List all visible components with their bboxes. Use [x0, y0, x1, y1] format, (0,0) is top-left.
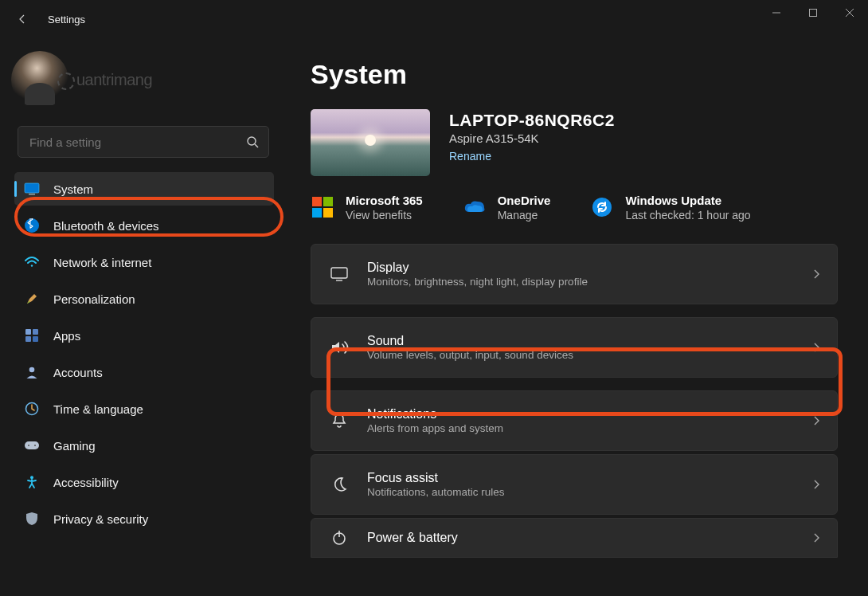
- device-section: LAPTOP-86NQR6C2 Aspire A315-54K Rename: [311, 109, 838, 176]
- card-sub: Notifications, automatic rules: [367, 486, 796, 498]
- nav-item-privacy[interactable]: Privacy & security: [14, 502, 274, 535]
- clock-globe-icon: [24, 401, 40, 417]
- page-heading: System: [311, 59, 838, 90]
- nav-item-personalization[interactable]: Personalization: [14, 282, 274, 316]
- quick-sub: View benefits: [346, 209, 423, 222]
- wallpaper-thumbnail[interactable]: [311, 109, 430, 176]
- svg-point-14: [29, 367, 35, 373]
- nav-label: Personalization: [53, 292, 135, 306]
- nav-label: Time & language: [53, 402, 143, 416]
- nav-label: Accessibility: [53, 476, 119, 489]
- svg-rect-11: [33, 329, 38, 335]
- chevron-right-icon: [811, 341, 821, 354]
- minimize-button[interactable]: [758, 0, 795, 25]
- card-title: Sound: [367, 334, 796, 348]
- quick-title: Windows Update: [625, 194, 750, 207]
- device-info: LAPTOP-86NQR6C2 Aspire A315-54K Rename: [449, 109, 615, 163]
- wifi-icon: [24, 254, 40, 270]
- svg-point-17: [28, 445, 29, 446]
- nav-item-bluetooth[interactable]: Bluetooth & devices: [14, 209, 274, 242]
- chevron-right-icon: [811, 414, 821, 427]
- profile-section[interactable]: uantrimang: [6, 45, 274, 126]
- nav-item-system[interactable]: System: [14, 172, 274, 206]
- nav-label: Bluetooth & devices: [53, 219, 159, 233]
- svg-rect-12: [25, 336, 31, 342]
- back-button[interactable]: [6, 3, 38, 35]
- quick-links: Microsoft 365 View benefits OneDrive Man…: [311, 194, 838, 222]
- quick-windows-update[interactable]: Windows Update Last checked: 1 hour ago: [590, 194, 750, 222]
- card-title: Power & battery: [367, 531, 796, 545]
- system-icon: [24, 181, 40, 197]
- nav-label: Accounts: [53, 366, 103, 379]
- svg-point-4: [248, 137, 256, 145]
- card-notifications[interactable]: Notifications Alerts from apps and syste…: [311, 390, 838, 451]
- search-input[interactable]: [29, 135, 241, 149]
- onedrive-icon: [463, 195, 487, 219]
- svg-rect-21: [331, 268, 347, 278]
- svg-rect-16: [25, 441, 39, 449]
- svg-rect-7: [29, 194, 35, 195]
- nav-item-network[interactable]: Network & internet: [14, 245, 274, 279]
- bell-icon: [327, 412, 351, 429]
- card-title: Notifications: [367, 407, 796, 422]
- nav-item-time-language[interactable]: Time & language: [14, 392, 274, 425]
- quick-microsoft365[interactable]: Microsoft 365 View benefits: [311, 194, 423, 222]
- nav-list: System Bluetooth & devices Network & int…: [6, 172, 274, 535]
- nav-item-apps[interactable]: Apps: [14, 319, 274, 352]
- svg-point-20: [592, 198, 612, 217]
- close-button[interactable]: [831, 0, 868, 25]
- nav-item-accounts[interactable]: Accounts: [14, 355, 274, 389]
- card-focus-assist[interactable]: Focus assist Notifications, automatic ru…: [311, 454, 838, 515]
- person-icon: [24, 364, 40, 380]
- nav-item-accessibility[interactable]: Accessibility: [14, 465, 274, 499]
- card-sub: Alerts from apps and system: [367, 422, 796, 434]
- quick-title: Microsoft 365: [346, 194, 423, 207]
- paintbrush-icon: [24, 291, 40, 307]
- shield-icon: [24, 511, 40, 527]
- nav-label: Privacy & security: [53, 512, 148, 526]
- rename-link[interactable]: Rename: [449, 150, 491, 163]
- nav-label: Network & internet: [53, 256, 151, 269]
- device-name: LAPTOP-86NQR6C2: [449, 111, 615, 130]
- svg-point-9: [31, 265, 33, 266]
- power-icon: [327, 529, 351, 547]
- moon-icon: [327, 476, 351, 493]
- card-title: Focus assist: [367, 471, 796, 485]
- accessibility-icon: [24, 474, 40, 490]
- nav-item-gaming[interactable]: Gaming: [14, 429, 274, 462]
- search-icon[interactable]: [241, 131, 264, 153]
- arrow-left-icon: [16, 13, 29, 25]
- card-sub: Volume levels, output, input, sound devi…: [367, 349, 796, 361]
- windows-update-icon: [590, 195, 614, 219]
- card-title: Display: [367, 261, 796, 275]
- nav-label: System: [53, 182, 93, 196]
- chevron-right-icon: [811, 268, 821, 280]
- card-power-battery[interactable]: Power & battery: [311, 518, 838, 558]
- quick-title: OneDrive: [498, 194, 551, 207]
- chevron-right-icon: [811, 478, 821, 491]
- search-box[interactable]: [18, 126, 269, 158]
- watermark-text: uantrimang: [76, 71, 152, 89]
- close-icon: [846, 9, 854, 17]
- quick-onedrive[interactable]: OneDrive Manage: [463, 194, 551, 222]
- settings-cards: Display Monitors, brightness, night ligh…: [311, 244, 838, 558]
- nav-label: Apps: [53, 329, 80, 343]
- maximize-button[interactable]: [795, 0, 831, 25]
- display-icon: [327, 266, 351, 282]
- card-sub: Monitors, brightness, night light, displ…: [367, 276, 796, 288]
- minimize-icon: [772, 9, 780, 17]
- quick-sub: Last checked: 1 hour ago: [625, 209, 750, 222]
- chevron-right-icon: [811, 531, 821, 544]
- bluetooth-icon: [24, 218, 40, 233]
- svg-rect-13: [33, 336, 38, 342]
- card-sound[interactable]: Sound Volume levels, output, input, soun…: [311, 317, 838, 378]
- quick-sub: Manage: [498, 209, 551, 222]
- card-display[interactable]: Display Monitors, brightness, night ligh…: [311, 244, 838, 304]
- nav-label: Gaming: [53, 439, 96, 453]
- maximize-icon: [809, 9, 817, 17]
- svg-point-18: [34, 445, 36, 446]
- sound-icon: [327, 339, 351, 355]
- svg-rect-1: [810, 10, 817, 17]
- window-controls: [758, 0, 868, 25]
- svg-line-5: [255, 144, 258, 147]
